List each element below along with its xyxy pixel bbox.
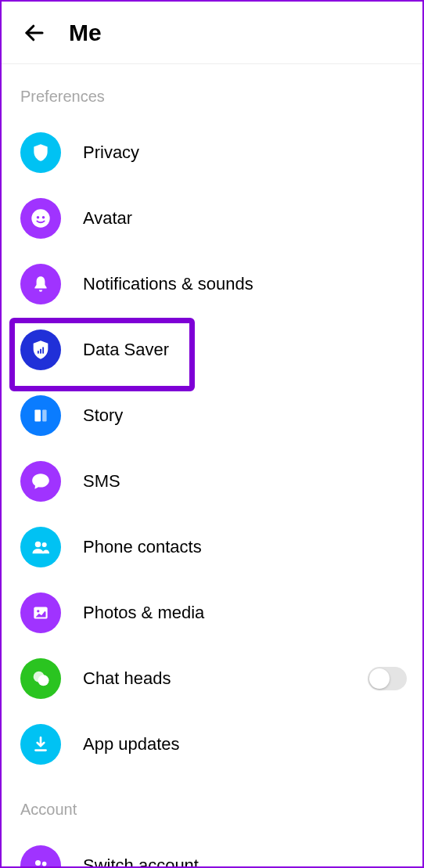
download-icon	[20, 724, 61, 765]
section-header-preferences: Preferences	[2, 64, 422, 120]
row-label: Switch account	[83, 855, 199, 868]
svg-rect-6	[42, 348, 44, 354]
svg-point-2	[37, 216, 40, 219]
row-label: Phone contacts	[83, 537, 202, 557]
image-icon	[20, 592, 61, 633]
row-label: Story	[83, 405, 123, 426]
row-label: Photos & media	[83, 603, 204, 623]
svg-point-14	[38, 675, 49, 686]
row-phone-contacts[interactable]: Phone contacts	[2, 514, 422, 580]
row-label: SMS	[83, 471, 120, 492]
svg-point-16	[35, 860, 41, 866]
row-label: Notifications & sounds	[83, 274, 253, 294]
chat-heads-toggle[interactable]	[368, 667, 407, 690]
svg-rect-4	[38, 351, 39, 354]
row-app-updates[interactable]: App updates	[2, 711, 422, 777]
bell-icon	[20, 264, 61, 304]
switch-account-icon	[20, 845, 61, 868]
shield-data-icon	[20, 330, 61, 370]
row-photos-media[interactable]: Photos & media	[2, 580, 422, 646]
arrow-left-icon	[23, 21, 46, 45]
back-button[interactable]	[19, 17, 50, 49]
chat-bubble-icon	[20, 461, 61, 502]
row-label: Chat heads	[83, 668, 171, 689]
row-label: App updates	[83, 734, 180, 755]
svg-point-9	[35, 542, 41, 547]
avatar-icon	[20, 198, 61, 239]
row-label: Data Saver	[83, 340, 169, 360]
row-privacy[interactable]: Privacy	[2, 120, 422, 185]
shield-icon	[20, 132, 61, 173]
chat-heads-icon	[20, 658, 61, 699]
svg-rect-8	[42, 409, 46, 421]
story-icon	[20, 395, 61, 436]
header: Me	[2, 2, 422, 64]
row-avatar[interactable]: Avatar	[2, 185, 422, 251]
row-data-saver[interactable]: Data Saver	[2, 317, 422, 383]
svg-point-12	[37, 610, 39, 612]
page-title: Me	[69, 20, 102, 46]
row-switch-account[interactable]: Switch account	[2, 833, 422, 868]
row-sms[interactable]: SMS	[2, 448, 422, 514]
section-header-account: Account	[2, 777, 422, 833]
svg-point-17	[42, 862, 47, 866]
row-label: Avatar	[83, 208, 132, 229]
svg-point-10	[42, 542, 47, 547]
content: Preferences Privacy Avatar Notifications…	[2, 64, 422, 868]
row-label: Privacy	[83, 142, 139, 163]
row-notifications[interactable]: Notifications & sounds	[2, 251, 422, 317]
people-icon	[20, 527, 61, 567]
row-story[interactable]: Story	[2, 383, 422, 448]
svg-point-3	[42, 216, 45, 219]
svg-point-1	[31, 209, 49, 227]
row-chat-heads[interactable]: Chat heads	[2, 646, 422, 711]
svg-rect-7	[34, 409, 41, 421]
svg-rect-5	[40, 349, 41, 354]
